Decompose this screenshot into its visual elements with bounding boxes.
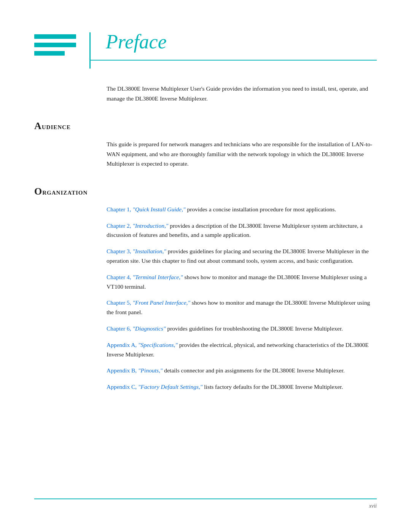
organization-heading: Organization [34, 186, 88, 197]
appendixb-title: "Pinouts," [138, 367, 162, 374]
list-item: Appendix C, "Factory Default Settings," … [107, 382, 377, 392]
chapter6-body: provides guidelines for troubleshooting … [167, 325, 342, 332]
appendixb-link[interactable]: Appendix B, "Pinouts," [107, 367, 162, 374]
page: Preface The DL3800E Inverse Multiplexer … [0, 0, 411, 532]
logo-line-3 [34, 51, 65, 56]
chapter5-title: "Front Panel Interface," [132, 299, 190, 306]
chapter3-title: "Installation," [132, 248, 166, 254]
appendixc-link[interactable]: Appendix C, "Factory Default Settings," [107, 383, 202, 390]
logo-line-2 [34, 43, 76, 47]
chapter1-title: "Quick Install Guide," [132, 206, 185, 212]
chapter2-link[interactable]: Chapter 2, "Introduction," [107, 222, 168, 229]
intro-text: The DL3800E Inverse Multiplexer User's G… [107, 84, 377, 103]
chapter1-body: provides a concise installation procedur… [187, 206, 336, 212]
audience-heading: Audience [34, 120, 71, 131]
chapter5-link[interactable]: Chapter 5, "Front Panel Interface," [107, 299, 190, 306]
page-number: xvii [0, 503, 411, 509]
audience-heading-container: Audience [0, 120, 411, 132]
chapter2-title: "Introduction," [132, 222, 168, 229]
page-header: Preface [0, 0, 411, 69]
audience-section: Audience This guide is prepared for netw… [0, 120, 411, 169]
chapter4-title: "Terminal Interface," [132, 274, 183, 280]
page-footer: xvii [0, 498, 411, 509]
header-bottom-line [91, 60, 377, 61]
chapter6-title: "Diagnostics" [132, 325, 166, 332]
page-number-text: xvii [369, 503, 377, 509]
intro-section: The DL3800E Inverse Multiplexer User's G… [0, 84, 411, 103]
list-item: Chapter 5, "Front Panel Interface," show… [107, 298, 377, 317]
organization-section: Organization Chapter 1, "Quick Install G… [0, 186, 411, 392]
appendixb-body: details connector and pin assignments fo… [164, 367, 344, 374]
chapter1-link[interactable]: Chapter 1, "Quick Install Guide," [107, 206, 186, 212]
list-item: Chapter 3, "Installation," provides guid… [107, 247, 377, 266]
logo-line-1 [34, 34, 76, 39]
list-item: Appendix A, "Specifications," provides t… [107, 340, 377, 359]
list-item: Appendix B, "Pinouts," details connector… [107, 366, 377, 375]
chapter4-link[interactable]: Chapter 4, "Terminal Interface," [107, 274, 183, 280]
page-title: Preface [106, 31, 167, 53]
logo [34, 30, 84, 56]
footer-line [34, 498, 377, 499]
appendixa-link[interactable]: Appendix A, "Specifications," [107, 342, 178, 348]
organization-body: Chapter 1, "Quick Install Guide," provid… [0, 205, 411, 392]
logo-lines [34, 34, 84, 56]
chapter3-link[interactable]: Chapter 3, "Installation," [107, 248, 166, 254]
audience-text: This guide is prepared for network manag… [107, 139, 377, 169]
audience-heading-label: Audience [34, 120, 71, 131]
audience-body: This guide is prepared for network manag… [0, 139, 411, 169]
appendixc-body: lists factory defaults for the DL3800E I… [204, 383, 343, 390]
appendixa-title: "Specifications," [138, 342, 178, 348]
list-item: Chapter 6, "Diagnostics" provides guidel… [107, 324, 377, 334]
list-item: Chapter 2, "Introduction," provides a de… [107, 221, 377, 240]
chapter6-link[interactable]: Chapter 6, "Diagnostics" [107, 325, 166, 332]
appendixc-title: "Factory Default Settings," [138, 383, 202, 390]
list-item: Chapter 1, "Quick Install Guide," provid… [107, 205, 377, 214]
organization-heading-label: Organization [34, 186, 88, 197]
organization-heading-container: Organization [0, 186, 411, 197]
list-item: Chapter 4, "Terminal Interface," shows h… [107, 273, 377, 292]
